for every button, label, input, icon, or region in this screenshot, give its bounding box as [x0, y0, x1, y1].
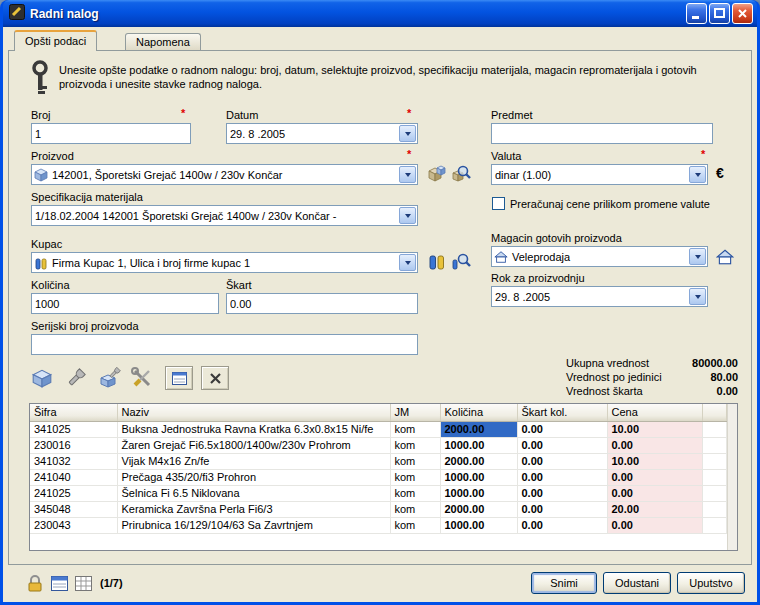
cell-kolicina-selected[interactable]: 2000.00 [440, 421, 517, 437]
proizvod-dropdown-button[interactable] [399, 166, 416, 183]
column-header-jm[interactable]: JM [390, 404, 440, 421]
cell-sifra[interactable]: 241025 [30, 485, 117, 501]
cell-naziv[interactable]: Šelnica Fi 6.5 Niklovana [117, 485, 390, 501]
tab-opsti-podaci[interactable]: Opšti podaci [14, 30, 97, 51]
cell-sifra[interactable]: 230043 [30, 517, 117, 533]
table-row[interactable]: 241025 Šelnica Fi 6.5 Niklovana kom 1000… [30, 485, 727, 501]
table-scrollbar[interactable] [727, 404, 737, 550]
column-header-skart-kol[interactable]: Škart kol. [517, 404, 607, 421]
cell-cena[interactable]: 10.00 [607, 453, 702, 469]
cell-kolicina[interactable]: 1000.00 [440, 517, 517, 533]
tab-napomena[interactable]: Napomena [125, 33, 201, 51]
column-header-kolicina[interactable]: Količina [440, 404, 517, 421]
cell-kolicina[interactable]: 2000.00 [440, 453, 517, 469]
cell-naziv[interactable]: Vijak M4x16 Zn/fe [117, 453, 390, 469]
rok-dropdown-button[interactable] [689, 288, 706, 305]
cell-sifra[interactable]: 345048 [30, 501, 117, 517]
uputstvo-button[interactable]: Uputstvo [677, 572, 745, 594]
cell-skart-kol[interactable]: 0.00 [517, 469, 607, 485]
table-row[interactable]: 230043 Prirubnica 16/129/104/63 Sa Zavrt… [30, 517, 727, 533]
snimi-button[interactable]: Snimi [531, 572, 597, 594]
cell-jm[interactable]: kom [390, 421, 440, 437]
cell-jm[interactable]: kom [390, 469, 440, 485]
minimize-button[interactable] [686, 3, 707, 24]
table-row[interactable]: 241040 Prečaga 435/20/fi3 Prohron kom 10… [30, 469, 727, 485]
cell-naziv[interactable]: Buksna Jednostruka Ravna Kratka 6.3x0.8x… [117, 421, 390, 437]
cell-skart-kol[interactable]: 0.00 [517, 437, 607, 453]
cell-jm[interactable]: kom [390, 517, 440, 533]
skart-input[interactable] [226, 293, 418, 314]
maximize-button[interactable] [709, 3, 730, 24]
column-header-cena[interactable]: Cena [607, 404, 702, 421]
product-cube-icon[interactable] [29, 365, 55, 391]
cell-naziv[interactable]: Prečaga 435/20/fi3 Prohron [117, 469, 390, 485]
wrench-icon[interactable] [63, 365, 89, 391]
titlebar[interactable]: Radni nalog [3, 0, 757, 27]
cell-cena[interactable]: 10.00 [607, 421, 702, 437]
boxes-icon[interactable] [426, 163, 448, 185]
proizvod-combo[interactable]: 142001, Šporetski Grejač 1400w / 230v Ko… [31, 164, 418, 185]
cell-sifra[interactable]: 230016 [30, 437, 117, 453]
table-row[interactable]: 341032 Vijak M4x16 Zn/fe kom 2000.00 0.0… [30, 453, 727, 469]
tools-icon[interactable] [129, 365, 155, 391]
items-icon[interactable] [426, 251, 448, 273]
worksheet-button[interactable] [165, 366, 193, 390]
cell-cena[interactable]: 0.00 [607, 469, 702, 485]
cell-skart-kol[interactable]: 0.00 [517, 501, 607, 517]
column-header-naziv[interactable]: Naziv [117, 404, 390, 421]
cell-skart-kol[interactable]: 0.00 [517, 453, 607, 469]
form-icon[interactable] [49, 573, 69, 593]
search-customer-icon[interactable] [450, 251, 472, 273]
specifikacija-combo[interactable]: 1/18.02.2004 142001 Šporetski Grejač 140… [31, 205, 418, 226]
magacin-dropdown-button[interactable] [689, 248, 706, 265]
cell-skart-kol[interactable]: 0.00 [517, 421, 607, 437]
cell-jm[interactable]: kom [390, 485, 440, 501]
cell-kolicina[interactable]: 1000.00 [440, 437, 517, 453]
valuta-dropdown-button[interactable] [689, 166, 706, 183]
cell-jm[interactable]: kom [390, 453, 440, 469]
serijski-input[interactable] [31, 334, 418, 355]
cell-naziv[interactable]: Žaren Grejač Fi6.5x1800/1400w/230v Prohr… [117, 437, 390, 453]
cell-cena[interactable]: 0.00 [607, 485, 702, 501]
table-row[interactable]: 341025 Buksna Jednostruka Ravna Kratka 6… [30, 421, 727, 437]
valuta-combo[interactable]: dinar (1.00) [491, 164, 708, 185]
cell-kolicina[interactable]: 1000.00 [440, 469, 517, 485]
cell-naziv[interactable]: Prirubnica 16/129/104/63 Sa Zavrtnjem [117, 517, 390, 533]
cell-skart-kol[interactable]: 0.00 [517, 517, 607, 533]
kupac-combo[interactable]: Firma Kupac 1, Ulica i broj firme kupac … [31, 252, 418, 273]
cell-sifra[interactable]: 341032 [30, 453, 117, 469]
cell-jm[interactable]: kom [390, 501, 440, 517]
datum-dropdown-button[interactable] [399, 125, 416, 142]
magacin-combo[interactable]: Veleprodaja [491, 246, 708, 267]
lock-icon[interactable] [25, 573, 45, 593]
preracunaj-checkbox[interactable] [492, 197, 505, 210]
rok-combo[interactable]: 29. 8 .2005 [491, 286, 708, 307]
assembly-icon[interactable] [97, 365, 123, 391]
search-product-icon[interactable] [450, 163, 472, 185]
cell-kolicina[interactable]: 2000.00 [440, 501, 517, 517]
grid-icon[interactable] [73, 573, 93, 593]
cell-cena[interactable]: 0.00 [607, 517, 702, 533]
table-row[interactable]: 345048 Keramicka Završna Perla Fi6/3 kom… [30, 501, 727, 517]
cell-kolicina[interactable]: 1000.00 [440, 485, 517, 501]
odustani-button[interactable]: Odustani [603, 572, 671, 594]
cell-cena[interactable]: 20.00 [607, 501, 702, 517]
chevron-down-icon [695, 173, 701, 177]
kolicina-input[interactable] [31, 293, 219, 314]
column-header-sifra[interactable]: Šifra [30, 404, 117, 421]
close-button[interactable] [732, 3, 753, 24]
kupac-dropdown-button[interactable] [399, 254, 416, 271]
cell-naziv[interactable]: Keramicka Završna Perla Fi6/3 [117, 501, 390, 517]
datum-combo[interactable]: 29. 8 .2005 [226, 123, 418, 144]
cell-jm[interactable]: kom [390, 437, 440, 453]
cell-sifra[interactable]: 341025 [30, 421, 117, 437]
delete-button[interactable] [201, 366, 229, 390]
specifikacija-dropdown-button[interactable] [399, 207, 416, 224]
broj-input[interactable] [31, 123, 191, 144]
cell-skart-kol[interactable]: 0.00 [517, 485, 607, 501]
cell-cena[interactable]: 0.00 [607, 437, 702, 453]
table-row[interactable]: 230016 Žaren Grejač Fi6.5x1800/1400w/230… [30, 437, 727, 453]
house-icon[interactable] [714, 246, 736, 268]
cell-sifra[interactable]: 241040 [30, 469, 117, 485]
predmet-input[interactable] [491, 123, 713, 144]
